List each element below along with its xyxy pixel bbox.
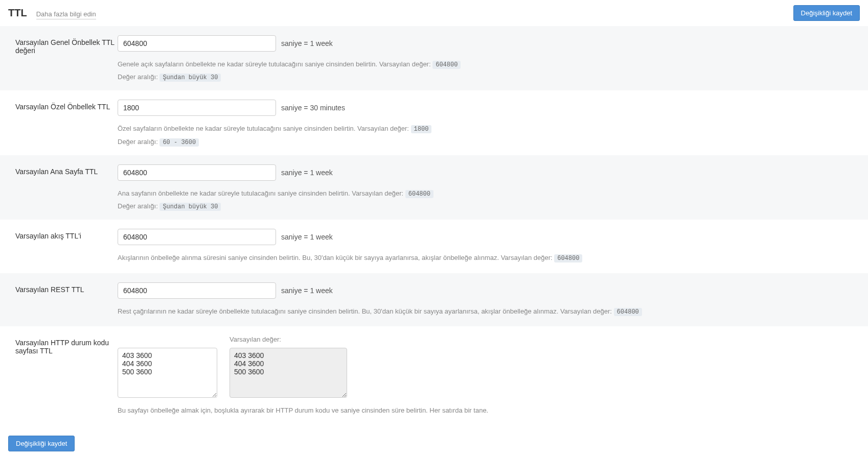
section-rest-ttl: Varsayılan REST TTL saniye = 1 week Rest… — [0, 273, 868, 326]
help-text-public-ttl: Genele açık sayfaların önbellekte ne kad… — [118, 60, 431, 68]
input-row-homepage-ttl: saniye = 1 week — [118, 164, 853, 181]
help-feed-ttl: Akışlarının önbelleğe alınma süresini sa… — [118, 252, 853, 264]
textarea-status-ttl[interactable] — [118, 348, 217, 398]
range-label-homepage-ttl: Değer aralığı: — [118, 202, 158, 210]
range-homepage-ttl: Değer aralığı: Şundan büyük 30 — [118, 202, 853, 210]
page-header: TTL Daha fazla bilgi edin Değişikliği ka… — [0, 0, 868, 26]
save-button-bottom[interactable]: Değişikliği kaydet — [8, 436, 75, 451]
section-homepage-ttl: Varsayılan Ana Sayfa TTL saniye = 1 week… — [0, 155, 868, 220]
section-feed-ttl: Varsayılan akış TTL'i saniye = 1 week Ak… — [0, 220, 868, 273]
label-public-ttl: Varsayılan Genel Önbellek TTL değeri — [15, 35, 118, 81]
page-title: TTL — [8, 7, 27, 19]
section-private-ttl: Varsayılan Özel Önbellek TTL saniye = 30… — [0, 90, 868, 155]
help-homepage-ttl: Ana sayfanın önbellekte ne kadar süreyle… — [118, 188, 853, 199]
input-feed-ttl[interactable] — [118, 229, 276, 245]
help-text-homepage-ttl: Ana sayfanın önbellekte ne kadar süreyle… — [118, 189, 403, 197]
section-public-ttl: Varsayılan Genel Önbellek TTL değeri san… — [0, 26, 868, 90]
default-badge-feed-ttl: 604800 — [554, 254, 582, 262]
content-status-ttl: Varsayılan değer: Bu sayfayı önbelleğe a… — [118, 336, 853, 416]
textarea-col-input — [118, 336, 217, 398]
label-homepage-ttl: Varsayılan Ana Sayfa TTL — [15, 164, 118, 210]
input-rest-ttl[interactable] — [118, 282, 276, 299]
range-badge-private-ttl: 60 - 3600 — [159, 138, 199, 147]
label-private-ttl: Varsayılan Özel Önbellek TTL — [15, 100, 118, 146]
content-feed-ttl: saniye = 1 week Akışlarının önbelleğe al… — [118, 229, 853, 264]
learn-more-link[interactable]: Daha fazla bilgi edin — [36, 10, 96, 19]
label-status-ttl: Varsayılan HTTP durum kodu sayfası TTL — [15, 336, 118, 416]
header-left: TTL Daha fazla bilgi edin — [8, 7, 96, 19]
textarea-col-default: Varsayılan değer: — [230, 336, 347, 398]
range-label-public-ttl: Değer aralığı: — [118, 73, 158, 81]
label-feed-ttl: Varsayılan akış TTL'i — [15, 229, 118, 264]
help-text-private-ttl: Özel sayfaların önbellekte ne kadar süre… — [118, 125, 409, 132]
input-homepage-ttl[interactable] — [118, 164, 276, 181]
range-label-private-ttl: Değer aralığı: — [118, 138, 158, 146]
content-rest-ttl: saniye = 1 week Rest çağrılarının ne kad… — [118, 282, 853, 317]
textarea-default-label: Varsayılan değer: — [230, 336, 347, 345]
textarea-status-ttl-default — [230, 348, 347, 398]
range-public-ttl: Değer aralığı: Şundan büyük 30 — [118, 73, 853, 81]
input-row-feed-ttl: saniye = 1 week — [118, 229, 853, 245]
default-badge-homepage-ttl: 604800 — [405, 190, 433, 198]
input-public-ttl[interactable] — [118, 35, 276, 52]
help-status-ttl: Bu sayfayı önbelleğe almak için, boşlukl… — [118, 405, 853, 416]
help-text-rest-ttl: Rest çağrılarının ne kadar süreyle önbel… — [118, 307, 612, 315]
default-badge-public-ttl: 604800 — [432, 61, 461, 69]
content-private-ttl: saniye = 30 minutes Özel sayfaların önbe… — [118, 100, 853, 146]
content-public-ttl: saniye = 1 week Genele açık sayfaların ö… — [118, 35, 853, 81]
help-public-ttl: Genele açık sayfaların önbellekte ne kad… — [118, 59, 853, 70]
suffix-private-ttl: saniye = 30 minutes — [281, 104, 345, 112]
suffix-homepage-ttl: saniye = 1 week — [281, 169, 333, 177]
range-badge-public-ttl: Şundan büyük 30 — [159, 74, 221, 82]
help-private-ttl: Özel sayfaların önbellekte ne kadar süre… — [118, 123, 853, 134]
label-rest-ttl: Varsayılan REST TTL — [15, 282, 118, 317]
input-row-public-ttl: saniye = 1 week — [118, 35, 853, 52]
default-badge-rest-ttl: 604800 — [614, 308, 642, 316]
input-row-rest-ttl: saniye = 1 week — [118, 282, 853, 299]
suffix-rest-ttl: saniye = 1 week — [281, 286, 333, 295]
input-private-ttl[interactable] — [118, 100, 276, 116]
help-text-feed-ttl: Akışlarının önbelleğe alınma süresini sa… — [118, 254, 553, 261]
save-button-top[interactable]: Değişikliği kaydet — [793, 5, 860, 21]
range-badge-homepage-ttl: Şundan büyük 30 — [159, 203, 221, 211]
suffix-public-ttl: saniye = 1 week — [281, 39, 333, 47]
section-status-ttl: Varsayılan HTTP durum kodu sayfası TTL V… — [0, 326, 868, 425]
default-badge-private-ttl: 1800 — [411, 125, 432, 133]
suffix-feed-ttl: saniye = 1 week — [281, 233, 333, 241]
textarea-input-spacer — [118, 336, 217, 345]
content-homepage-ttl: saniye = 1 week Ana sayfanın önbellekte … — [118, 164, 853, 210]
input-row-private-ttl: saniye = 30 minutes — [118, 100, 853, 116]
textarea-row-status-ttl: Varsayılan değer: — [118, 336, 853, 398]
help-rest-ttl: Rest çağrılarının ne kadar süreyle önbel… — [118, 306, 853, 317]
page-footer: Değişikliği kaydet — [0, 425, 868, 455]
range-private-ttl: Değer aralığı: 60 - 3600 — [118, 138, 853, 146]
